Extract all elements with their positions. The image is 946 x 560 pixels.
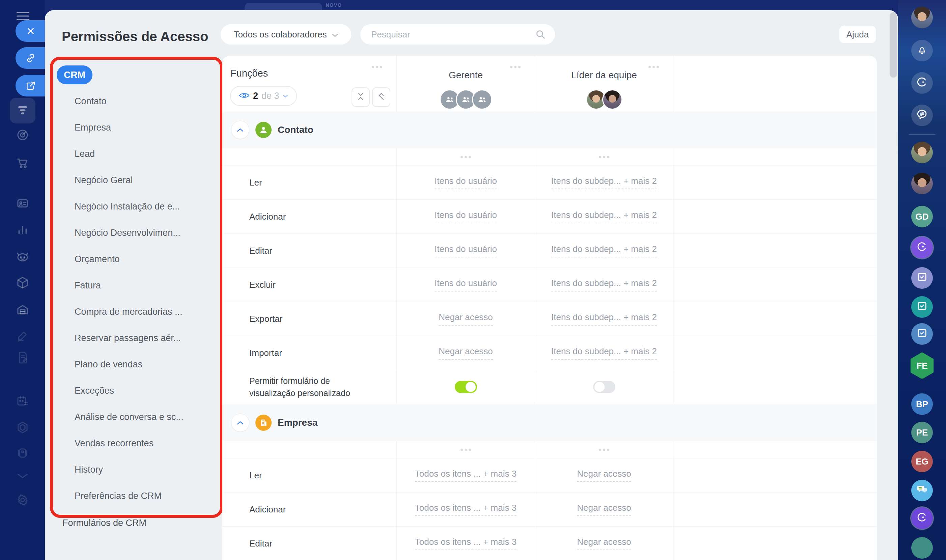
collapse-icon (356, 92, 365, 103)
notifications-button[interactable] (911, 40, 933, 62)
nav-item-formularios-crm[interactable]: Formulários de CRM (62, 515, 146, 531)
employee-filter-dropdown[interactable]: Todos os colaboradores (221, 24, 351, 45)
copy-link-button[interactable] (15, 47, 46, 69)
permission-value-dropdown[interactable]: Itens do subdep... + mais 2 (551, 244, 657, 257)
nav-item-excecoes[interactable]: Exceções (45, 377, 217, 404)
task-chat-badge[interactable] (911, 296, 933, 318)
permission-value-dropdown[interactable]: Itens do usuário (435, 244, 497, 257)
task-chat-badge[interactable] (911, 267, 933, 289)
column-menu-icon[interactable] (510, 66, 521, 68)
nav-item-fatura[interactable]: Fatura (45, 272, 217, 298)
chat-badge-partial[interactable] (911, 537, 933, 558)
cell-menu-icon[interactable] (599, 156, 609, 158)
help-button[interactable]: Ajuda (839, 26, 876, 43)
sidebar-item-crm-active[interactable] (10, 98, 35, 123)
permission-value-dropdown[interactable]: Negar acesso (577, 503, 631, 516)
copilot-chat-button[interactable] (911, 237, 933, 258)
copilot-chat-button[interactable] (911, 508, 933, 529)
close-button[interactable] (15, 20, 46, 42)
cell-menu-icon[interactable] (599, 449, 609, 451)
expand-all-button[interactable] (372, 88, 390, 107)
vertical-scrollbar[interactable] (890, 12, 897, 78)
target-icon[interactable] (15, 128, 30, 142)
chat-badge-bp[interactable]: BP (911, 393, 933, 415)
user-avatar[interactable] (911, 7, 933, 28)
warehouse-icon[interactable] (15, 303, 30, 317)
calendar-tasks-icon[interactable] (15, 394, 30, 409)
copilot-button[interactable] (911, 72, 933, 94)
permission-value-dropdown[interactable]: Negar acesso (577, 469, 631, 482)
chat-badge-gd[interactable]: GD (911, 206, 933, 228)
settings-gear-icon[interactable] (15, 493, 30, 507)
nav-item-negocio-desenvolvimento[interactable]: Negócio Desenvolvimen... (45, 220, 217, 246)
colleague-avatar[interactable] (911, 142, 933, 163)
column-menu-icon[interactable] (648, 66, 659, 68)
column-menu-icon[interactable] (372, 66, 382, 68)
nav-item-vendas-recorrentes[interactable]: Vendas recorrentes (45, 430, 217, 457)
permission-toggle-off[interactable] (593, 381, 615, 393)
collapse-section-button[interactable] (231, 121, 249, 139)
nav-item-orcamento[interactable]: Orçamento (45, 246, 217, 272)
permission-value-dropdown[interactable]: Itens do subdep... + mais 2 (551, 312, 657, 326)
collapse-section-button[interactable] (231, 414, 249, 432)
permission-value-dropdown[interactable]: Itens do subdep... + mais 2 (551, 176, 657, 189)
cell-menu-icon[interactable] (460, 156, 471, 158)
permission-value-dropdown[interactable]: Negar acesso (438, 346, 492, 360)
nav-item-history[interactable]: History (45, 457, 217, 483)
cart-icon[interactable] (15, 155, 30, 170)
cell-menu-icon[interactable] (460, 449, 471, 451)
nav-item-negocio-instalacao[interactable]: Negócio Instalação de e... (45, 193, 217, 220)
nav-item-reservar-passagens[interactable]: Reservar passagens aér... (45, 325, 217, 351)
role-members[interactable] (535, 89, 673, 110)
group-chat-badge[interactable] (911, 480, 933, 501)
permission-value-dropdown[interactable]: Itens do usuário (435, 278, 497, 291)
nav-item-lead[interactable]: Lead (45, 141, 217, 167)
visible-total: de 3 (261, 91, 279, 101)
visible-roles-filter[interactable]: 2 de 3 (230, 86, 297, 106)
role-column-lider[interactable]: Líder da equipe (535, 56, 673, 111)
permission-value-dropdown[interactable]: Itens do subdep... + mais 2 (551, 278, 657, 291)
permission-value-dropdown[interactable]: Itens do subdep... + mais 2 (551, 346, 657, 360)
messenger-button[interactable] (911, 105, 933, 126)
chat-badge-eg[interactable]: EG (911, 451, 933, 472)
nav-item-preferencias-crm[interactable]: Preferências de CRM (45, 483, 217, 509)
role-members[interactable] (397, 89, 535, 110)
chat-badge-pe[interactable]: PE (911, 422, 933, 443)
nav-item-analise-conversa[interactable]: Análise de conversa e sc... (45, 404, 217, 430)
chat-badge-fe[interactable]: FE (909, 352, 935, 379)
search-icon[interactable] (535, 29, 546, 40)
crm-section-badge[interactable]: CRM (57, 65, 92, 84)
hexagon-nut-icon[interactable] (15, 420, 30, 434)
permission-value-dropdown[interactable]: Negar acesso (577, 537, 631, 550)
document-edit-icon[interactable] (15, 351, 30, 365)
ai-robot-icon[interactable] (15, 250, 30, 264)
permission-value-dropdown[interactable]: Negar acesso (438, 312, 492, 326)
nav-item-contato[interactable]: Contato (45, 88, 217, 114)
permission-value-dropdown[interactable]: Itens do usuário (435, 210, 497, 223)
role-column-gerente[interactable]: Gerente (397, 56, 535, 111)
nav-item-compra-mercadorias[interactable]: Compra de mercadorias ... (45, 298, 217, 325)
collapse-all-button[interactable] (352, 88, 370, 107)
nav-item-plano-de-vendas[interactable]: Plano de vendas (45, 351, 217, 377)
open-external-button[interactable] (15, 75, 46, 97)
permission-value-dropdown[interactable]: Itens do subdep... + mais 2 (551, 210, 657, 223)
sign-pencil-icon[interactable] (15, 329, 30, 343)
permission-value-dropdown[interactable]: Itens do usuário (435, 176, 497, 189)
device-icon[interactable] (15, 446, 30, 460)
chevron-down-icon[interactable] (16, 472, 29, 479)
permission-value-dropdown[interactable]: Todos os itens ... + mais 3 (415, 503, 517, 516)
permission-value-dropdown[interactable]: Todos os itens ... + mais 3 (415, 469, 517, 482)
contact-card-icon[interactable] (15, 196, 30, 211)
colleague-avatar[interactable] (911, 173, 933, 194)
permission-toggle-on[interactable] (455, 381, 477, 393)
app-window: NOVO (0, 0, 946, 560)
nav-item-empresa[interactable]: Empresa (45, 114, 217, 141)
package-icon[interactable] (15, 275, 30, 290)
functions-column-title: Funções (231, 68, 268, 79)
permission-value-dropdown[interactable]: Todos os itens ... + mais 3 (415, 537, 517, 550)
task-chat-badge[interactable] (911, 323, 933, 345)
hamburger-menu-icon[interactable] (17, 12, 29, 20)
search-input[interactable] (371, 29, 535, 40)
bar-chart-icon[interactable] (15, 223, 30, 237)
nav-item-negocio-geral[interactable]: Negócio Geral (45, 167, 217, 193)
